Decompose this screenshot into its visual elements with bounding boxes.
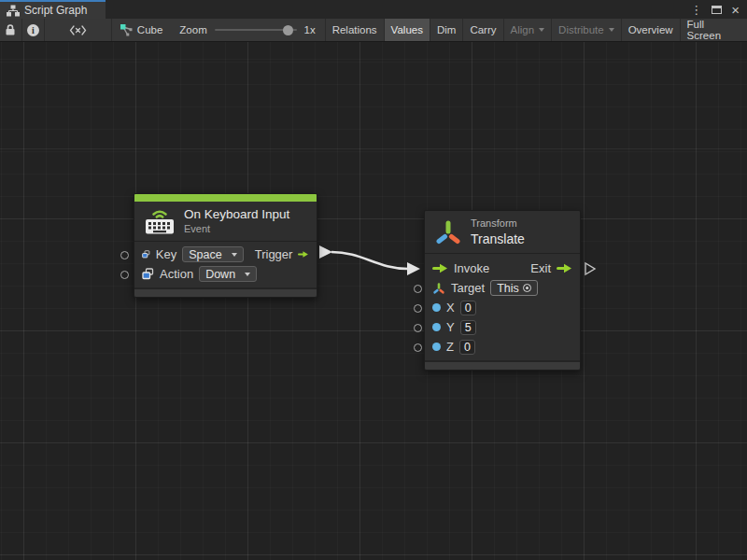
key-label: Key [156, 247, 176, 261]
graph-toolbar: i Cube Zoom 1x Relations Values [0, 19, 747, 42]
zoom-control: Zoom 1x [170, 19, 324, 41]
carry-button[interactable]: Carry [462, 19, 502, 41]
value-dot-icon [432, 323, 441, 331]
window-menu-icon[interactable]: ⋮ [690, 4, 702, 16]
graph-target[interactable]: Cube [112, 19, 171, 41]
value-dot-icon [432, 303, 441, 312]
y-input-port[interactable] [414, 324, 422, 332]
script-graph-window: Script Graph ⋮ × i [0, 0, 747, 560]
z-label: Z [446, 340, 454, 354]
flow-arrow-icon [432, 263, 448, 273]
action-row: Action Down [134, 264, 317, 284]
info-button[interactable]: i [22, 19, 45, 41]
connection-wire [331, 252, 408, 269]
target-row: Target This [425, 278, 580, 298]
z-value-field[interactable]: 0 [459, 340, 475, 355]
distribute-dropdown-button: Distribute [551, 19, 621, 41]
translate-node-rows: Invoke Exit Target [425, 254, 580, 360]
translate-node-category: Transform [471, 217, 525, 230]
action-input-port[interactable] [120, 271, 129, 279]
invoke-exit-row: Invoke Exit [425, 259, 580, 278]
lock-button[interactable] [0, 19, 22, 41]
translate-node-header: Transform Translate [425, 211, 580, 254]
zoom-slider-handle[interactable] [283, 25, 293, 35]
key-input-port[interactable] [120, 251, 129, 259]
z-input-port[interactable] [414, 343, 422, 352]
y-label: Y [446, 320, 455, 334]
event-accent-bar [134, 194, 317, 202]
chevron-down-icon [245, 273, 250, 276]
tab-label: Script Graph [24, 4, 87, 17]
exit-label: Exit [530, 261, 551, 275]
translate-node-title: Translate [471, 231, 525, 247]
chevron-down-icon [539, 28, 544, 32]
align-dropdown-button: Align [503, 19, 552, 41]
on-keyboard-input-node[interactable]: On Keyboard Input Event Key Space Trigge… [134, 193, 317, 298]
translate-node[interactable]: Transform Translate Invoke Exit [424, 210, 581, 371]
translate-node-footer [425, 360, 580, 370]
exit-output-port[interactable] [585, 263, 595, 274]
toolbar-toggle-group: Relations Values Dim Carry Align Distrib… [325, 19, 747, 41]
transform-icon [434, 218, 462, 246]
flow-arrow-icon [298, 249, 309, 259]
trigger-label: Trigger [255, 247, 293, 261]
event-node-footer [134, 287, 317, 297]
dim-button[interactable]: Dim [430, 19, 462, 41]
graph-canvas[interactable]: On Keyboard Input Event Key Space Trigge… [0, 42, 747, 560]
chevron-down-icon [232, 253, 237, 257]
action-label: Action [160, 267, 193, 281]
zoom-slider[interactable] [215, 29, 297, 31]
zoom-value: 1x [304, 24, 316, 35]
value-port-icon [142, 268, 154, 280]
titlebar-spacer [106, 0, 690, 19]
event-node-header: On Keyboard Input Event [134, 202, 317, 242]
object-picker-icon [523, 284, 531, 292]
action-dropdown[interactable]: Down [199, 266, 257, 282]
tab-strip: Script Graph ⋮ × [0, 0, 747, 19]
x-label: X [446, 301, 455, 315]
event-node-subtitle: Event [184, 223, 289, 236]
target-input-port[interactable] [414, 285, 422, 293]
graph-pointer-icon [120, 23, 133, 36]
value-port-icon [142, 248, 150, 260]
key-row: Key Space Trigger [134, 245, 317, 264]
trigger-output-port[interactable] [319, 245, 332, 259]
relations-button[interactable]: Relations [325, 19, 384, 41]
y-value-field[interactable]: 5 [460, 320, 476, 335]
invoke-label: Invoke [454, 261, 489, 275]
x-value-field[interactable]: 0 [460, 301, 476, 315]
y-row: Y 5 [425, 317, 580, 337]
maximize-icon[interactable] [712, 6, 722, 14]
value-dot-icon [432, 343, 441, 351]
key-dropdown[interactable]: Space [182, 246, 243, 262]
x-row: X 0 [425, 298, 580, 317]
flow-arrow-icon [557, 263, 572, 273]
zoom-label: Zoom [179, 24, 206, 35]
invoke-input-port[interactable] [407, 262, 420, 275]
full-screen-button[interactable]: Full Screen [680, 19, 747, 41]
tab-script-graph[interactable]: Script Graph [0, 0, 106, 19]
target-label: Cube [137, 24, 163, 35]
overview-button[interactable]: Overview [621, 19, 680, 41]
z-row: Z 0 [425, 337, 580, 357]
event-node-title: On Keyboard Input [184, 207, 289, 223]
lock-icon [5, 23, 16, 36]
wire-layer [0, 42, 747, 560]
code-icon [69, 24, 87, 36]
chevron-down-icon [609, 28, 614, 32]
event-node-rows: Key Space Trigger Act [134, 242, 317, 287]
keyboard-icon [144, 207, 176, 235]
target-object-button[interactable]: This [490, 280, 538, 296]
info-icon: i [27, 24, 39, 36]
close-icon[interactable]: × [731, 3, 740, 17]
target-label: Target [451, 281, 485, 295]
graph-icon [7, 5, 20, 17]
code-preview-button[interactable] [45, 19, 112, 41]
values-button[interactable]: Values [384, 19, 430, 41]
transform-mini-icon [432, 282, 445, 295]
x-input-port[interactable] [414, 304, 422, 313]
